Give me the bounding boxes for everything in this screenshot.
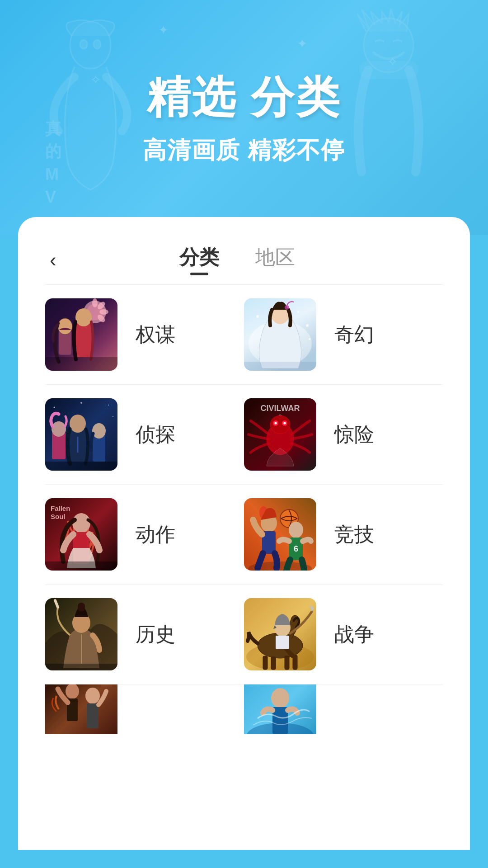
thumb-partial-left	[45, 684, 117, 734]
svg-text:Fallen: Fallen	[51, 505, 70, 512]
svg-rect-15	[45, 357, 117, 371]
category-row-3: Fallen Soul	[45, 485, 443, 585]
thumb-quanmou	[45, 298, 117, 371]
category-list: 权谋	[18, 285, 470, 734]
hero-title: 精选 分类	[147, 69, 342, 127]
partial-right-art	[244, 684, 316, 734]
svg-point-24	[309, 338, 310, 340]
category-item-partial-left[interactable]	[45, 684, 244, 734]
dongzuo-art: Fallen Soul	[45, 498, 117, 571]
category-item-jingji[interactable]: 6 竞技	[244, 498, 443, 571]
svg-rect-71	[263, 656, 267, 670]
svg-rect-13	[76, 321, 92, 357]
svg-point-53	[72, 513, 90, 533]
category-item-qihuan[interactable]: 奇幻	[244, 298, 443, 371]
svg-point-22	[306, 324, 309, 327]
svg-point-48	[274, 422, 277, 425]
back-button[interactable]: ‹	[45, 245, 61, 274]
sparkle-3: ✦	[158, 23, 169, 38]
svg-point-23	[252, 334, 254, 335]
label-zhentan: 侦探	[136, 421, 175, 448]
quanmou-art	[45, 298, 117, 371]
hero-subtitle: 高清画质 精彩不停	[143, 135, 345, 166]
label-zhanzheng: 战争	[334, 621, 374, 648]
svg-point-2	[94, 40, 101, 49]
jingxian-art: CIVILWAR 3	[244, 398, 316, 471]
label-jingji: 竞技	[334, 521, 374, 548]
svg-rect-25	[244, 362, 316, 371]
svg-rect-81	[87, 703, 99, 728]
thumb-dongzuo: Fallen Soul	[45, 498, 117, 571]
svg-rect-66	[78, 603, 85, 612]
category-item-lishi[interactable]: 历史	[45, 598, 244, 670]
sparkle-1: ✦	[297, 36, 307, 51]
tab-container: 分类 地区	[61, 244, 414, 275]
label-quanmou: 权谋	[136, 321, 175, 348]
svg-rect-55	[45, 561, 117, 571]
thumb-partial-right	[244, 684, 316, 734]
svg-point-49	[283, 422, 286, 425]
category-item-quanmou[interactable]: 权谋	[45, 298, 244, 371]
svg-rect-76	[276, 636, 289, 649]
label-qihuan: 奇幻	[334, 321, 374, 348]
label-lishi: 历史	[136, 621, 175, 648]
hero-section: 真的MV ✦ ✧ ✦ ✧ 精选 分类 高清画质 精彩不停	[0, 0, 488, 235]
svg-point-85	[271, 688, 289, 708]
thumb-lishi	[45, 598, 117, 670]
svg-text:CIVILWAR: CIVILWAR	[260, 404, 300, 413]
category-item-zhentan[interactable]: 侦探	[45, 398, 244, 471]
lishi-art	[45, 598, 117, 670]
category-item-zhanzheng[interactable]: 战争	[244, 598, 443, 670]
sparkle-2: ✧	[387, 54, 398, 69]
tab-diqu[interactable]: 地区	[255, 244, 295, 275]
svg-text:Soul: Soul	[51, 513, 66, 520]
label-jingxian: 惊险	[334, 421, 374, 448]
svg-point-9	[99, 309, 108, 315]
category-item-dongzuo[interactable]: Fallen Soul	[45, 498, 244, 571]
partial-left-art	[45, 684, 117, 734]
thumb-zhanzheng	[244, 598, 316, 670]
svg-rect-67	[45, 664, 117, 670]
svg-point-20	[256, 315, 259, 318]
jingji-art: 6	[244, 498, 316, 571]
manga-watermark: 真的MV	[45, 118, 61, 209]
thumb-qihuan	[244, 298, 316, 371]
svg-point-61	[289, 522, 303, 538]
svg-point-7	[92, 298, 98, 307]
sparkle-4: ✧	[90, 72, 101, 87]
zhanzheng-art	[244, 598, 316, 670]
label-dongzuo: 动作	[136, 521, 175, 548]
svg-rect-72	[271, 657, 276, 670]
card-header: ‹ 分类 地区	[18, 226, 470, 284]
tab-diqu-label: 地区	[255, 246, 295, 268]
category-row-5-partial	[45, 684, 443, 734]
tab-fenlei-label: 分类	[179, 246, 219, 268]
svg-point-19	[285, 305, 289, 310]
thumb-jingji: 6	[244, 498, 316, 571]
svg-point-14	[75, 308, 92, 326]
qihuan-art	[244, 298, 316, 371]
thumb-jingxian: CIVILWAR 3	[244, 398, 316, 471]
svg-point-12	[58, 318, 72, 335]
svg-point-1	[80, 40, 87, 49]
tab-fenlei[interactable]: 分类	[179, 244, 219, 275]
svg-text:6: 6	[294, 544, 298, 553]
svg-rect-56	[244, 498, 316, 571]
category-item-partial-right[interactable]	[244, 684, 443, 734]
svg-point-21	[297, 311, 299, 313]
svg-rect-39	[45, 398, 117, 471]
zhentan-art	[45, 398, 117, 471]
main-card: ‹ 分类 地区	[18, 217, 470, 850]
category-row-1: 权谋	[45, 285, 443, 385]
svg-point-80	[85, 688, 100, 704]
category-row-2: 侦探	[45, 385, 443, 485]
svg-rect-73	[285, 656, 289, 670]
category-row-4: 历史	[45, 585, 443, 684]
thumb-zhentan	[45, 398, 117, 471]
category-item-jingxian[interactable]: CIVILWAR 3	[244, 398, 443, 471]
